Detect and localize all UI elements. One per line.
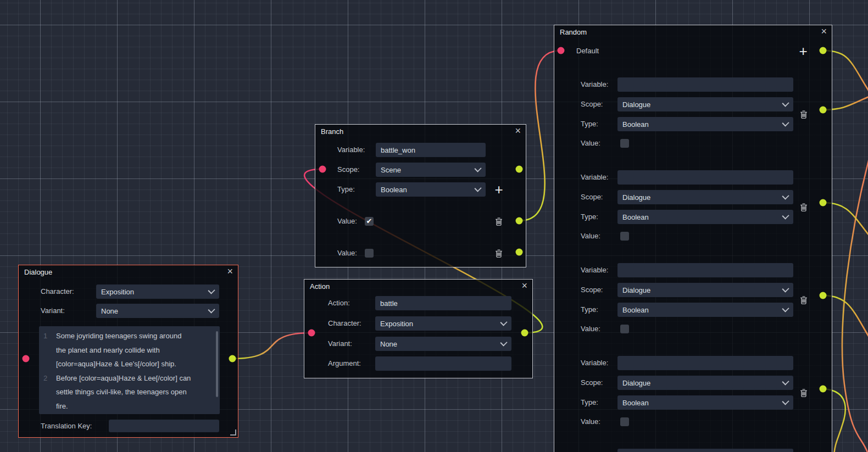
scope-label: Scope: bbox=[581, 283, 603, 297]
dialogue-output-port[interactable] bbox=[229, 355, 236, 362]
type-select-value: Boolean bbox=[622, 306, 780, 314]
dialogue-text-row: 2Before [color=aqua]Haze & Lee[/color] c… bbox=[39, 371, 220, 386]
random-output-port-3[interactable] bbox=[820, 292, 827, 299]
value-checkbox[interactable] bbox=[365, 249, 374, 258]
random-case-5: Variable: bbox=[554, 449, 832, 452]
close-icon[interactable]: × bbox=[521, 281, 527, 291]
variable-input[interactable] bbox=[617, 263, 793, 277]
trash-icon-glyph bbox=[799, 388, 808, 398]
close-icon[interactable]: × bbox=[821, 26, 827, 36]
type-label: Type: bbox=[581, 210, 598, 224]
chevron-down-icon bbox=[782, 192, 789, 199]
trash-icon[interactable] bbox=[494, 249, 503, 258]
chevron-down-icon bbox=[782, 305, 789, 312]
action-input-port[interactable] bbox=[308, 330, 315, 337]
random-input-port[interactable] bbox=[558, 47, 565, 54]
type-label: Type: bbox=[337, 182, 355, 197]
type-select[interactable]: Boolean bbox=[617, 210, 793, 224]
value-checkbox[interactable]: ✔ bbox=[365, 217, 374, 226]
trash-icon[interactable] bbox=[799, 110, 808, 119]
chevron-down-icon bbox=[782, 378, 789, 385]
argument-input[interactable] bbox=[375, 356, 511, 371]
random-output-port-1[interactable] bbox=[820, 107, 827, 114]
variable-label: Variable: bbox=[581, 77, 608, 92]
branch-input-port[interactable] bbox=[319, 166, 326, 173]
random-output-port-default[interactable] bbox=[820, 47, 827, 54]
close-icon[interactable]: × bbox=[227, 266, 233, 276]
variable-input[interactable] bbox=[617, 356, 793, 370]
variable-label: Variable: bbox=[581, 170, 608, 185]
scope-value: Scene bbox=[381, 166, 472, 174]
line-number bbox=[43, 343, 51, 358]
branch-output-port-0[interactable] bbox=[516, 166, 523, 173]
variant-select[interactable]: None bbox=[96, 304, 219, 318]
value-checkbox[interactable] bbox=[620, 325, 629, 333]
line-number bbox=[43, 385, 51, 399]
scope-select[interactable]: Dialogue bbox=[617, 190, 793, 204]
variable-input[interactable] bbox=[617, 77, 793, 92]
character-label: Character: bbox=[328, 316, 361, 331]
dialogue-text-row: fire. bbox=[39, 399, 220, 414]
variable-label: Variable: bbox=[337, 143, 365, 157]
type-select[interactable]: Boolean bbox=[617, 395, 793, 410]
action-input[interactable]: battle bbox=[375, 296, 511, 310]
branch-output-port-2[interactable] bbox=[516, 249, 523, 256]
character-value: Exposition bbox=[101, 288, 205, 296]
chevron-down-icon bbox=[782, 398, 789, 405]
close-icon[interactable]: × bbox=[515, 126, 521, 136]
scope-label: Scope: bbox=[581, 376, 603, 390]
variant-label: Variant: bbox=[328, 337, 352, 351]
chevron-down-icon bbox=[782, 99, 789, 107]
dialogue-text-editor[interactable]: 1Some joyriding teenagers swing aroundth… bbox=[39, 326, 220, 414]
value-checkbox[interactable] bbox=[620, 139, 629, 148]
action-output-port[interactable] bbox=[521, 330, 528, 337]
random-case-1: Variable:Scope:DialogueType:BooleanValue… bbox=[554, 77, 832, 154]
trash-icon[interactable] bbox=[799, 388, 808, 398]
add-case-button[interactable]: + bbox=[797, 45, 810, 58]
scope-select-value: Dialogue bbox=[622, 286, 780, 294]
trash-icon[interactable] bbox=[799, 203, 808, 212]
variable-input[interactable] bbox=[617, 170, 793, 185]
value-checkbox[interactable] bbox=[620, 232, 629, 241]
variant-value: None bbox=[380, 340, 498, 348]
add-value-button[interactable]: + bbox=[492, 183, 505, 197]
random-output-port-4[interactable] bbox=[820, 386, 827, 393]
resize-handle[interactable] bbox=[230, 429, 236, 436]
branch-output-port-1[interactable] bbox=[516, 217, 523, 225]
type-select[interactable]: Boolean bbox=[617, 303, 793, 317]
type-label: Type: bbox=[581, 395, 598, 410]
translation-key-input[interactable] bbox=[109, 420, 219, 432]
node-random[interactable]: Random × Default + Variable:Scope:Dialog… bbox=[554, 25, 832, 452]
graph-canvas[interactable]: Dialogue × Character: Exposition Variant… bbox=[0, 0, 868, 452]
chevron-down-icon bbox=[782, 119, 789, 126]
trash-icon[interactable] bbox=[799, 295, 808, 305]
scope-select-value: Dialogue bbox=[622, 101, 780, 109]
value-checkbox[interactable] bbox=[620, 417, 629, 426]
variable-input[interactable]: battle_won bbox=[376, 143, 486, 157]
variable-input[interactable] bbox=[617, 449, 793, 452]
value-label: Value: bbox=[581, 136, 600, 150]
trash-icon[interactable] bbox=[494, 217, 503, 226]
node-branch[interactable]: Branch × Variable: battle_won Scope: Sce… bbox=[315, 124, 526, 267]
scrollbar[interactable] bbox=[216, 331, 218, 397]
type-select[interactable]: Boolean bbox=[376, 182, 486, 197]
dialogue-input-port[interactable] bbox=[23, 355, 30, 362]
type-select[interactable]: Boolean bbox=[617, 117, 793, 131]
character-select[interactable]: Exposition bbox=[96, 284, 219, 299]
node-dialogue[interactable]: Dialogue × Character: Exposition Variant… bbox=[18, 265, 238, 438]
argument-label: Argument: bbox=[328, 356, 361, 371]
trash-icon-glyph bbox=[799, 203, 808, 212]
trash-icon-glyph bbox=[494, 249, 503, 258]
scope-select[interactable]: Dialogue bbox=[617, 376, 793, 390]
character-select[interactable]: Exposition bbox=[375, 316, 511, 331]
character-value: Exposition bbox=[380, 320, 498, 328]
variant-select[interactable]: None bbox=[375, 337, 511, 351]
line-number: 1 bbox=[43, 329, 51, 343]
scope-select[interactable]: Dialogue bbox=[617, 283, 793, 297]
chevron-down-icon bbox=[474, 185, 481, 192]
dialogue-text: settle things civil-like, the teenagers … bbox=[56, 385, 187, 399]
scope-select[interactable]: Dialogue bbox=[617, 97, 793, 111]
node-action[interactable]: Action × Action: battle Character: Expos… bbox=[304, 279, 533, 378]
random-output-port-2[interactable] bbox=[820, 199, 827, 207]
scope-select[interactable]: Scene bbox=[376, 163, 486, 177]
